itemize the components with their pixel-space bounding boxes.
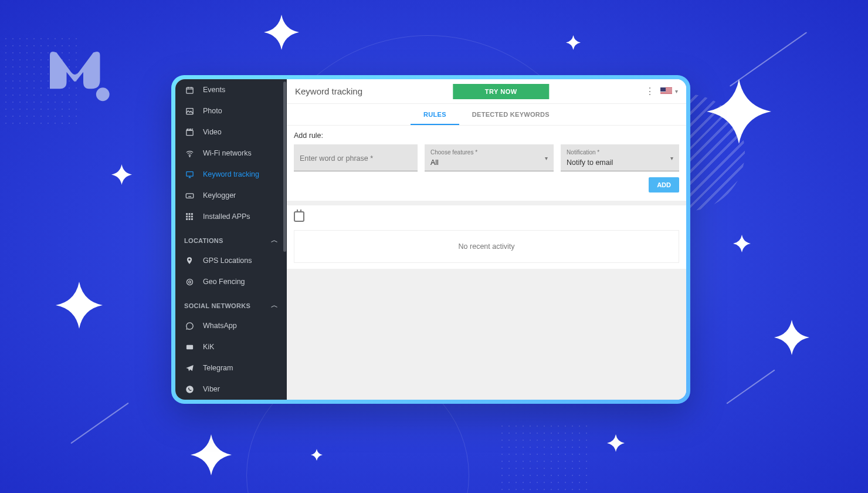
chevron-down-icon: ▾ xyxy=(675,88,678,94)
notification-select[interactable]: Notification * Notify to email ▾ xyxy=(561,144,679,171)
add-rule-heading: Add rule: xyxy=(294,131,679,140)
sidebar-item-label: Wi-Fi networks xyxy=(203,149,252,157)
sidebar-item-photo[interactable]: Photo xyxy=(175,100,287,121)
clapper-icon xyxy=(184,127,195,137)
sparkle-icon xyxy=(774,320,809,355)
sidebar-item-keyword-tracking[interactable]: Keyword tracking xyxy=(175,164,287,185)
svg-rect-13 xyxy=(186,218,188,220)
monitor-icon xyxy=(184,169,195,180)
sparkle-icon xyxy=(707,79,771,144)
page-title: Keyword tracking xyxy=(295,86,362,96)
flag-us-icon xyxy=(660,87,672,95)
svg-point-4 xyxy=(189,156,189,156)
sidebar-scrollbar[interactable] xyxy=(283,82,286,252)
whatsapp-icon xyxy=(184,320,195,331)
bg-dots xyxy=(499,423,592,493)
sidebar-item-gps-locations[interactable]: GPS Locations xyxy=(175,250,287,271)
svg-rect-15 xyxy=(191,218,193,220)
svg-rect-8 xyxy=(189,213,191,215)
svg-rect-6 xyxy=(186,193,194,198)
sidebar-item-label: WhatsApp xyxy=(203,322,237,330)
sidebar-item-telegram[interactable]: Telegram xyxy=(175,357,287,379)
brand-logo xyxy=(44,47,111,103)
pin-icon xyxy=(184,255,195,266)
sidebar-item-kik[interactable]: KiK xyxy=(175,336,287,357)
app-window-inner: Events Photo Video Wi-Fi networks Keywor… xyxy=(175,79,686,400)
sidebar-item-label: GPS Locations xyxy=(203,256,252,265)
calendar-icon xyxy=(184,85,195,95)
svg-rect-10 xyxy=(186,216,188,218)
target-icon xyxy=(184,276,195,287)
bg-streak xyxy=(730,32,807,86)
svg-rect-11 xyxy=(189,216,191,218)
sidebar-item-label: Keyword tracking xyxy=(203,170,259,178)
sidebar-item-installed-apps[interactable]: Installed APPs xyxy=(175,206,287,227)
activity-empty-state: No recent activity xyxy=(294,230,679,263)
sidebar-item-label: Events xyxy=(203,86,225,94)
svg-point-16 xyxy=(187,279,192,285)
svg-rect-9 xyxy=(191,213,193,215)
sparkle-icon xyxy=(311,449,323,461)
add-button[interactable]: ADD xyxy=(649,177,679,193)
word-phrase-field[interactable] xyxy=(294,144,418,171)
sidebar-item-label: Video xyxy=(203,128,222,136)
sidebar-item-label: Photo xyxy=(203,107,222,115)
locale-dropdown[interactable]: ▾ xyxy=(660,87,678,95)
app-window: Events Photo Video Wi-Fi networks Keywor… xyxy=(171,75,690,404)
sparkle-icon xyxy=(111,164,132,185)
sidebar-item-viber[interactable]: Viber xyxy=(175,379,287,400)
bg-streak xyxy=(70,403,128,444)
sparkle-icon xyxy=(191,434,232,475)
sidebar-item-whatsapp[interactable]: WhatsApp xyxy=(175,315,287,336)
svg-rect-12 xyxy=(191,216,193,218)
sidebar-item-label: Keylogger xyxy=(203,191,236,200)
svg-point-19 xyxy=(186,386,194,393)
tab-detected-keywords[interactable]: DETECTED KEYWORDS xyxy=(459,104,562,125)
sidebar-item-wifi[interactable]: Wi-Fi networks xyxy=(175,143,287,164)
sparkle-icon xyxy=(607,434,625,452)
sidebar-section-social-networks[interactable]: SOCIAL NETWORKS ︿ xyxy=(175,292,287,315)
word-phrase-input[interactable] xyxy=(300,154,412,163)
page-header: Keyword tracking TRY NOW ⋮ ▾ xyxy=(287,79,686,104)
kik-icon xyxy=(184,342,195,352)
image-icon xyxy=(184,106,195,116)
svg-point-17 xyxy=(188,281,191,283)
sidebar[interactable]: Events Photo Video Wi-Fi networks Keywor… xyxy=(175,79,287,400)
svg-point-0 xyxy=(96,87,110,101)
svg-rect-5 xyxy=(186,171,192,176)
sidebar-section-title: LOCATIONS xyxy=(184,237,223,244)
chevron-up-icon: ︿ xyxy=(271,235,278,245)
sidebar-item-label: Viber xyxy=(203,385,220,393)
bg-streak xyxy=(726,370,775,404)
sidebar-item-events[interactable]: Events xyxy=(175,79,287,100)
sidebar-item-geo-fencing[interactable]: Geo Fencing xyxy=(175,271,287,292)
chevron-up-icon: ︿ xyxy=(271,300,278,310)
content-area: Keyword tracking TRY NOW ⋮ ▾ RULES DETEC… xyxy=(287,79,686,400)
more-menu-icon[interactable]: ⋮ xyxy=(645,87,655,96)
sidebar-item-label: Telegram xyxy=(203,364,233,372)
wifi-icon xyxy=(184,148,195,158)
sidebar-item-label: Installed APPs xyxy=(203,212,250,221)
sidebar-section-locations[interactable]: LOCATIONS ︿ xyxy=(175,227,287,250)
sidebar-item-video[interactable]: Video xyxy=(175,121,287,143)
sparkle-icon xyxy=(566,35,581,50)
sparkle-icon xyxy=(56,282,103,329)
features-value: All xyxy=(430,158,439,167)
tab-rules[interactable]: RULES xyxy=(411,104,459,125)
features-label: Choose features * xyxy=(430,149,548,156)
viber-icon xyxy=(184,384,195,394)
calendar-icon[interactable] xyxy=(294,211,304,222)
try-now-button[interactable]: TRY NOW xyxy=(453,84,550,99)
svg-rect-3 xyxy=(186,130,192,135)
add-rule-card: Add rule: Choose features * All ▾ Notifi… xyxy=(287,126,686,201)
svg-rect-18 xyxy=(186,345,192,349)
telegram-icon xyxy=(184,363,195,373)
grid-icon xyxy=(184,211,195,222)
svg-rect-7 xyxy=(186,213,188,215)
sparkle-icon xyxy=(733,235,751,252)
sidebar-item-keylogger[interactable]: Keylogger xyxy=(175,185,287,206)
notification-label: Notification * xyxy=(567,149,673,156)
notification-value: Notify to email xyxy=(567,158,613,167)
features-select[interactable]: Choose features * All ▾ xyxy=(425,144,554,171)
sparkle-icon xyxy=(264,15,299,50)
